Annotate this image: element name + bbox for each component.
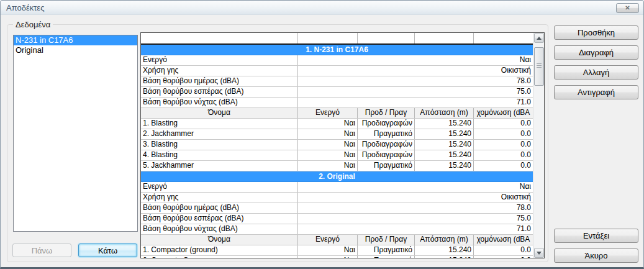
property-row: Βάση θορύβου εσπέρας (dBA)75.0: [141, 87, 533, 98]
grid-cell[interactable]: 0.0: [474, 245, 533, 255]
change-button[interactable]: Αλλαγή: [554, 65, 638, 80]
grid-content: 1. N-231 in C17A6ΕνεργόΝαιΧρήση γηςΟικισ…: [141, 33, 533, 258]
grid-cell[interactable]: Προδιαγραφών: [358, 150, 415, 160]
scrollbar-down-arrow-icon[interactable]: [534, 248, 544, 258]
table-row: 3. BlastingΝαιΠροδιαγραφών15.2400.0: [141, 140, 533, 150]
grid-cell[interactable]: 3. Blasting: [141, 140, 298, 150]
grid-cell[interactable]: 0.0: [474, 119, 533, 129]
property-label-cell[interactable]: Βάση θορύβου νύχτας (dBA): [141, 98, 298, 107]
grid-cell[interactable]: 15.240: [415, 150, 474, 160]
grid-vertical-scrollbar[interactable]: [533, 33, 544, 258]
move-down-button[interactable]: Κάτω: [78, 244, 137, 257]
grid-header-row: [141, 33, 533, 45]
property-row: Βάση θορύβου ημέρας (dBA)78.0: [141, 203, 533, 214]
property-value-cell[interactable]: 78.0: [298, 76, 533, 86]
grid-cell[interactable]: 0.0: [474, 256, 533, 258]
property-row: Βάση θορύβου ημέρας (dBA)78.0: [141, 76, 533, 87]
grid-cell[interactable]: 15.240: [415, 140, 474, 150]
property-row: Βάση θορύβου εσπέρας (dBA)75.0: [141, 214, 533, 224]
grid-cell[interactable]: 4. Blasting: [141, 150, 298, 160]
grid-cell[interactable]: Πραγματικό: [358, 129, 415, 139]
grid-cell[interactable]: 15.240: [415, 161, 474, 171]
property-label-cell[interactable]: Χρήση γης: [141, 193, 298, 203]
property-value-cell[interactable]: 75.0: [298, 87, 533, 97]
move-up-button[interactable]: Πάνω: [12, 244, 71, 257]
grid-cell[interactable]: Προδιαγραφών: [358, 119, 415, 129]
table-row: 4. BlastingΝαιΠροδιαγραφών15.2400.0: [141, 150, 533, 161]
grid-subheader-cell: Απόσταση (m): [415, 235, 474, 245]
scrollbar-up-arrow-icon[interactable]: [534, 33, 544, 43]
property-row: ΕνεργόΝαι: [141, 182, 533, 193]
table-row: 1. Compactor (ground)ΝαιΠραγματικό15.240…: [141, 245, 533, 256]
property-value-cell[interactable]: 78.0: [298, 203, 533, 213]
property-value-cell[interactable]: Οικιστική: [298, 66, 533, 76]
grid-subheader-cell: Ενεργό: [298, 235, 358, 245]
grid-cell[interactable]: Ναι: [298, 245, 358, 255]
property-label-cell[interactable]: Βάση θορύβου ημέρας (dBA): [141, 203, 298, 213]
ok-button[interactable]: Εντάξει: [554, 229, 638, 243]
grid-subheader-cell: χομόνωση (dBA: [474, 235, 533, 245]
list-item[interactable]: Original: [14, 45, 137, 55]
section-banner: 2. Original: [141, 171, 533, 182]
cancel-button[interactable]: Άκυρο: [554, 248, 638, 263]
grid-subheader-cell: Προδ / Πραγ: [358, 108, 415, 118]
grid-cell[interactable]: 2. Jackhammer: [141, 129, 298, 139]
property-value-cell[interactable]: Ναι: [298, 182, 533, 192]
property-row: Χρήση γηςΟικιστική: [141, 66, 533, 76]
property-value-cell[interactable]: Οικιστική: [298, 193, 533, 203]
close-button[interactable]: ✕: [616, 3, 639, 13]
grid-header-cell: [415, 33, 474, 43]
property-value-cell[interactable]: 75.0: [298, 214, 533, 224]
property-label-cell[interactable]: Βάση θορύβου ημέρας (dBA): [141, 76, 298, 86]
grid-cell[interactable]: 0.0: [474, 161, 533, 171]
grid-cell[interactable]: 0.0: [474, 129, 533, 139]
table-row: 5. JackhammerΝαιΠραγματικό15.2400.0: [141, 161, 533, 171]
grid-cell[interactable]: 15.240: [415, 119, 474, 129]
grid-cell[interactable]: 15.240: [415, 245, 474, 255]
grid-cell[interactable]: Προδιαγραφών: [358, 140, 415, 150]
property-row: Χρήση γηςΟικιστική: [141, 193, 533, 203]
property-value-cell[interactable]: Ναι: [298, 55, 533, 65]
grid-cell[interactable]: Πραγματικό: [358, 256, 415, 258]
property-value-cell[interactable]: 71.0: [298, 224, 533, 234]
grid-cell[interactable]: Πραγματικό: [358, 161, 415, 171]
grid-cell[interactable]: Πραγματικό: [358, 245, 415, 255]
grid-cell[interactable]: 2. Concrete Saw: [141, 256, 298, 258]
grid-cell[interactable]: 5. Jackhammer: [141, 161, 298, 171]
grid-cell[interactable]: Ναι: [298, 129, 358, 139]
delete-button[interactable]: Διαγραφή: [554, 45, 638, 60]
grid-cell[interactable]: 15.240: [415, 129, 474, 139]
grid-cell[interactable]: 0.0: [474, 150, 533, 160]
grid-cell[interactable]: Ναι: [298, 140, 358, 150]
title-bar[interactable]: Αποδέκτες ✕: [1, 1, 643, 15]
grid-cell[interactable]: Ναι: [298, 119, 358, 129]
property-label-cell[interactable]: Βάση θορύβου εσπέρας (dBA): [141, 214, 298, 224]
grid-cell[interactable]: 1. Compactor (ground): [141, 245, 298, 255]
property-label-cell[interactable]: Βάση θορύβου εσπέρας (dBA): [141, 87, 298, 97]
grid-subheader-cell: Όνομα: [141, 235, 298, 245]
property-label-cell[interactable]: Χρήση γης: [141, 66, 298, 76]
close-icon: ✕: [625, 5, 630, 11]
add-button[interactable]: Προσθήκη: [554, 25, 638, 40]
property-label-cell[interactable]: Ενεργό: [141, 182, 298, 192]
property-label-cell[interactable]: Βάση θορύβου νύχτας (dBA): [141, 224, 298, 234]
property-label-cell[interactable]: Ενεργό: [141, 55, 298, 65]
grid-header-cell: [141, 33, 298, 43]
grid-cell[interactable]: 0.0: [474, 140, 533, 150]
scrollbar-grip-icon: [537, 63, 542, 68]
grid-subheader-cell: Ενεργό: [298, 108, 358, 118]
grid-cell[interactable]: Ναι: [298, 150, 358, 160]
grid-cell[interactable]: 1. Blasting: [141, 119, 298, 129]
receiver-list[interactable]: N-231 in C17A6Original: [13, 35, 138, 232]
grid-cell[interactable]: Ναι: [298, 161, 358, 171]
property-value-cell[interactable]: 71.0: [298, 98, 533, 107]
grid-cell[interactable]: Ναι: [298, 256, 358, 258]
property-row: Βάση θορύβου νύχτας (dBA)71.0: [141, 98, 533, 108]
list-item[interactable]: N-231 in C17A6: [14, 35, 137, 45]
table-row: 1. BlastingΝαιΠροδιαγραφών15.2400.0: [141, 119, 533, 129]
copy-button[interactable]: Αντιγραφή: [554, 85, 638, 99]
dialog-window: Αποδέκτες ✕ Δεδομένα N-231 in C17A6Origi…: [0, 0, 644, 269]
scrollbar-thumb[interactable]: [534, 47, 544, 86]
grid-cell[interactable]: 15.240: [415, 256, 474, 258]
table-row: 2. Concrete SawΝαιΠραγματικό15.2400.0: [141, 256, 533, 258]
